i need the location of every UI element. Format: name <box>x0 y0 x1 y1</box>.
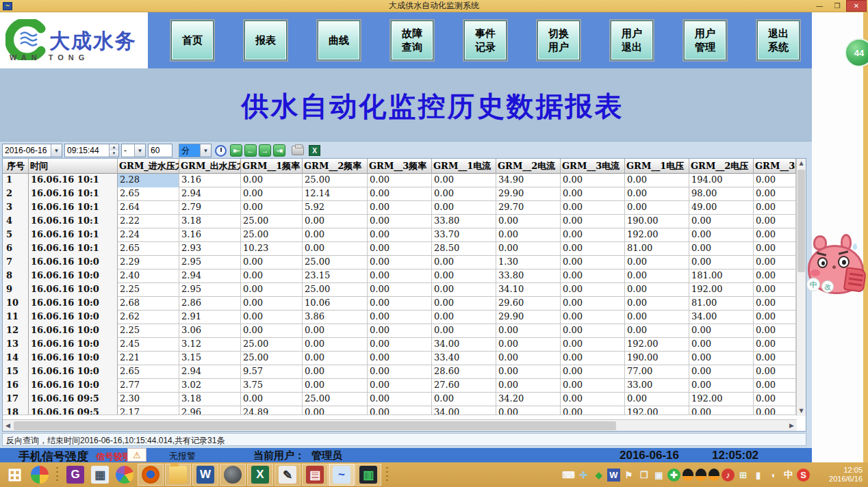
cell[interactable]: 0.00 <box>689 256 754 269</box>
table-row[interactable]: 616.06.16 10:12.652.9310.230.000.0028.50… <box>3 242 806 256</box>
cell[interactable]: 3.16 <box>179 228 241 242</box>
cell[interactable]: 2.25 <box>118 283 179 297</box>
cell[interactable]: 0.00 <box>241 187 303 201</box>
cell[interactable]: 0.00 <box>496 338 561 352</box>
cell[interactable]: 29.90 <box>496 311 561 324</box>
cell[interactable]: 25.00 <box>303 174 368 187</box>
cell[interactable]: 25.00 <box>303 283 368 297</box>
cell[interactable]: 33.40 <box>432 352 496 365</box>
chevron-down-icon[interactable]: ▼ <box>51 144 62 157</box>
start-button[interactable]: ⊞ <box>3 464 27 486</box>
cell[interactable]: 2.40 <box>118 269 179 283</box>
vertical-scrollbar[interactable]: ▲ ▼ <box>796 159 806 416</box>
cell[interactable]: 77.00 <box>625 365 689 379</box>
cell[interactable]: 4 <box>3 215 29 228</box>
cell[interactable]: 0.00 <box>561 365 625 379</box>
cell[interactable]: 0.00 <box>303 338 368 352</box>
cell[interactable]: 2.65 <box>118 187 179 201</box>
scroll-left-icon[interactable]: ◀ <box>3 421 13 431</box>
cell[interactable]: 33.80 <box>432 215 496 228</box>
cell[interactable]: 16.06.16 10:0 <box>29 269 118 283</box>
cell[interactable]: 0.00 <box>561 242 625 256</box>
cell[interactable]: 16.06.16 10:1 <box>29 215 118 228</box>
qq-tray-icon[interactable] <box>709 469 719 481</box>
nav-button-4[interactable]: 事件 记录 <box>464 21 507 60</box>
calculator-icon[interactable]: ▦ <box>88 464 112 486</box>
unit-select[interactable]: 分▼ <box>179 144 212 157</box>
cell[interactable]: 16.06.16 10:0 <box>29 283 118 297</box>
cell[interactable]: 0.00 <box>754 269 796 283</box>
cell[interactable]: 0.00 <box>689 324 754 338</box>
cell[interactable]: 0.00 <box>432 283 496 297</box>
qq-tray-icon[interactable] <box>682 469 693 481</box>
cell[interactable]: 0.00 <box>561 324 625 338</box>
cell[interactable]: 0.00 <box>754 379 796 393</box>
cell[interactable]: 2.77 <box>118 379 179 393</box>
cell[interactable]: 0.00 <box>368 352 432 365</box>
cell[interactable]: 6 <box>3 242 29 256</box>
scroll-right-icon[interactable]: ▶ <box>787 421 797 431</box>
pdf-reader-icon[interactable]: G <box>63 464 88 486</box>
table-row[interactable]: 116.06.16 10:12.283.160.0025.000.000.003… <box>3 174 806 187</box>
cell[interactable]: 0.00 <box>496 406 561 415</box>
cell[interactable]: 3.18 <box>179 215 241 228</box>
cell[interactable]: 2.65 <box>118 365 179 379</box>
shield-tray-icon[interactable]: ◆ <box>592 469 605 482</box>
cell[interactable]: 2.91 <box>179 311 241 324</box>
cell[interactable]: 0.00 <box>496 365 561 379</box>
excel-export-icon[interactable]: X <box>309 145 320 156</box>
taskbar-clock[interactable]: 12:05 2016/6/16 <box>817 466 863 484</box>
cell[interactable]: 0.00 <box>241 269 303 283</box>
table-row-partial[interactable]: 1816.06.16 09:52.172.9624.890.000.0034.0… <box>3 406 806 415</box>
fan-tray-icon[interactable]: ✣ <box>577 469 590 482</box>
first-page-button[interactable]: ⇤ <box>230 144 242 157</box>
cell[interactable]: 0.00 <box>689 338 754 352</box>
cell[interactable]: 34.10 <box>496 283 561 297</box>
nav-button-0[interactable]: 首页 <box>171 21 214 60</box>
cell[interactable]: 16.06.16 10:1 <box>29 242 118 256</box>
cell[interactable]: 16.06.16 10:0 <box>29 311 118 324</box>
next-page-button[interactable]: → <box>259 144 271 157</box>
cell[interactable]: 12.14 <box>303 187 368 201</box>
cell[interactable]: 0.00 <box>368 338 432 352</box>
table-row[interactable]: 916.06.16 10:02.252.950.0025.000.000.003… <box>3 283 806 297</box>
cell[interactable]: 49.00 <box>689 201 754 215</box>
cell[interactable]: 33.00 <box>625 379 689 393</box>
cell[interactable]: 16.06.16 10:0 <box>29 297 118 311</box>
cell[interactable]: 0.00 <box>754 352 796 365</box>
cell[interactable]: 192.00 <box>625 406 689 415</box>
sync-tray-icon[interactable]: ✚ <box>667 469 680 482</box>
notes-icon[interactable]: ✎ <box>275 464 301 486</box>
cell[interactable]: 8 <box>3 269 29 283</box>
cell[interactable]: 34.00 <box>432 338 496 352</box>
column-header[interactable]: GRM__2频率 <box>303 159 368 174</box>
cell[interactable]: 0.00 <box>432 174 496 187</box>
time-spinner[interactable]: 09:15:44 ▲▼ <box>64 144 119 157</box>
cell[interactable]: 16.06.16 10:0 <box>29 324 118 338</box>
cell[interactable]: 2.30 <box>118 393 179 406</box>
cell[interactable]: 2.29 <box>118 256 179 269</box>
cell[interactable]: 181.00 <box>689 269 754 283</box>
cell[interactable]: 3.12 <box>179 338 241 352</box>
cell[interactable]: 0.00 <box>625 297 689 311</box>
cell[interactable]: 0.00 <box>689 352 754 365</box>
media-player-icon[interactable] <box>27 464 52 486</box>
cell[interactable]: 16.06.16 10:0 <box>29 379 118 393</box>
cell[interactable]: 28.60 <box>432 365 496 379</box>
cell[interactable]: 25.00 <box>303 256 368 269</box>
column-header[interactable]: GRM_进水压力 <box>118 159 179 174</box>
cell[interactable]: 16.06.16 10:0 <box>29 365 118 379</box>
cell[interactable]: 0.00 <box>561 393 625 406</box>
cell[interactable]: 0.00 <box>303 352 368 365</box>
cell[interactable]: 194.00 <box>689 174 754 187</box>
cell[interactable]: 0.00 <box>689 379 754 393</box>
qq-tray-icon[interactable] <box>695 469 706 481</box>
cell[interactable]: 0.00 <box>303 215 368 228</box>
cell[interactable]: 0.00 <box>496 352 561 365</box>
column-header[interactable]: GRM__2电流 <box>496 159 561 174</box>
cell[interactable]: 7 <box>3 256 29 269</box>
cell[interactable]: 16.06.16 10:0 <box>29 256 118 269</box>
scroll-down-icon[interactable]: ▼ <box>797 406 806 416</box>
column-header[interactable]: GRM__1电流 <box>432 159 496 174</box>
cell[interactable]: 0.00 <box>496 242 561 256</box>
